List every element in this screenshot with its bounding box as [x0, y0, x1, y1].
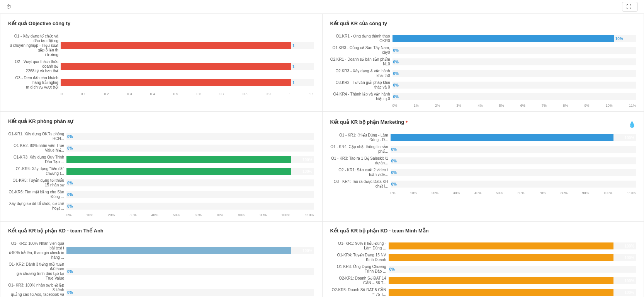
bar-container: 10% [393, 35, 636, 42]
x-label: 50% [496, 191, 503, 195]
bar-label: O1-KR1. Xây dựng OKRs phòng HCN... [8, 132, 64, 141]
bar-row: O2.KR1 - Doanh số bán sản phẩm NL00% [330, 57, 636, 67]
drop-icon: 💧 [628, 121, 636, 128]
chart-objective: O1 - Xây dựng tổ chức và đào tạo đội ng … [8, 34, 314, 96]
x-label: 70% [539, 191, 546, 195]
x-label: 0.8 [243, 92, 248, 96]
bar-fill [389, 277, 613, 284]
x-label: 110% [305, 213, 314, 217]
bar-value: 100% [624, 136, 634, 140]
bar-container: 0% [391, 157, 636, 164]
bar-value: 0% [67, 290, 73, 295]
x-label: 9% [584, 104, 589, 108]
x-label: 0.3 [127, 92, 132, 96]
x-label: 10% [606, 104, 613, 108]
bar-row: O1- KR1: 100% Nhân viên qua bài test t ừ… [8, 241, 314, 260]
x-label: 80% [238, 213, 245, 217]
bar-container: 0% [393, 93, 636, 100]
x-label: 0.5 [173, 92, 178, 96]
bar-value: 0% [391, 159, 397, 163]
bar-row: O4.KR4 - Thành lập và vận hành hiệu q.00… [330, 92, 636, 101]
x-axis: 0%10%20%30%40%50%60%70%80%90%100%110% [391, 191, 636, 195]
bar-container: 0% [391, 146, 636, 153]
bar-label: O1-KR5: Tuyển dụng tối thiểu 15 nhân sự [8, 178, 64, 188]
bar-fill [389, 242, 613, 249]
chart-kr_phong: O1-KR1. Xây dựng OKRs phòng HCN...0%O1-K… [8, 132, 314, 217]
bar-container: 100% [389, 242, 636, 249]
chart-kr_company: O1.KR1 - Ứng dụng thành thao OKR010%O1.K… [330, 34, 636, 108]
x-label: 1 [289, 92, 291, 96]
bar-label: O3.KR2 - Tư vấn giải pháp khai thác và 0 [330, 80, 390, 90]
bar-container: 100% [66, 156, 314, 163]
x-label: 20% [108, 213, 115, 217]
bar-label: O2-KR1: Doanh Số ĐAT 14 CĂN = 56 T... [330, 276, 386, 285]
bar-fill [391, 134, 614, 141]
bar-value: 100% [624, 279, 634, 283]
bar-container: 0% [393, 82, 636, 89]
bar-row: O2 - KR1: Sản xuất 2 video / tuần vide..… [330, 168, 636, 177]
bar-container: 0% [66, 145, 314, 152]
panel-title-kr_kd_the_anh: Kết quả KR bộ phận KD - team Thế Anh [8, 228, 104, 234]
bar-label: O1-KR3: Xây dựng Quy Trình Đào Tạo ... [8, 155, 64, 164]
bar-label: O1 - KR3: Tao ra 1 Bộ Saleskit /1 dự án.… [330, 156, 388, 166]
bar-fill [66, 168, 291, 175]
bar-row: O1- KR2: Dành 3 tiếng mỗi tuần để tham g… [8, 262, 314, 281]
x-label: 0.9 [266, 92, 271, 96]
x-label: 7% [542, 104, 547, 108]
x-label: 0.1 [81, 92, 86, 96]
panel-title-kr_company: Kết quả KR của công ty [330, 20, 387, 26]
x-label: 8% [563, 104, 568, 108]
bar-row: O1.KR3 - Củng cố Sàn Tây Nam, xây00% [330, 46, 636, 55]
bar-value: 0% [393, 48, 399, 53]
bar-value: 0% [393, 72, 399, 76]
bar-container: 0% [66, 289, 314, 296]
bar-row: O1-KR1. Xây dựng OKRs phòng HCN...0% [8, 132, 314, 141]
x-label: 40% [474, 191, 481, 195]
bar-label: O3 - Đem đến cho khách hàng trải nghiệ m… [8, 76, 58, 90]
bar-row: O1 - Xây dựng tổ chức và đào tạo đội ng … [8, 34, 314, 57]
x-label: 70% [216, 213, 223, 217]
bar-label: O1.KR1 - Ứng dụng thành thao OKR0 [330, 34, 390, 43]
x-label: 30% [453, 191, 460, 195]
x-label: 60% [518, 191, 525, 195]
bar-value: 100% [302, 169, 313, 174]
panel-title-objective: Kết quả Objective công ty [8, 20, 70, 26]
bar-container: 100% [389, 289, 636, 296]
bar-container: 0% [66, 179, 314, 186]
bar-value: 100% [302, 249, 313, 253]
bar-value: 100% [624, 244, 634, 248]
bar-label: O1 - Xây dựng tổ chức và đào tạo đội ng … [8, 34, 58, 57]
bar-value: 0% [67, 135, 73, 139]
bar-container: 100% [391, 134, 636, 141]
bar-row: O3 - Đem đến cho khách hàng trải nghiệ m… [8, 76, 314, 90]
bar-container: 100% [66, 247, 314, 254]
panel-objective: Kết quả Objective công tyO1 - Xây dựng t… [0, 14, 322, 112]
x-label: 6% [520, 104, 525, 108]
bar-label: O1-KR6: Tìm mặt bằng cho Sàn Đông ... [8, 190, 64, 199]
bar-value: 0% [67, 193, 73, 197]
panel-kr_phong: Kết quả KR phòng phân sựO1-KR1. Xây dựng… [0, 112, 322, 221]
bar-container: 0% [391, 181, 636, 188]
bar-value: 10% [615, 37, 623, 41]
bar-container: 0% [393, 47, 636, 54]
x-label: 90% [582, 191, 589, 195]
fullscreen-button[interactable]: ⛶ [622, 2, 638, 12]
x-axis: 0%10%20%30%40%50%60%70%80%90%100%110% [66, 213, 314, 217]
bar-row: O2-KR3: Doanh Số ĐAT 5 CĂN = 75 T...100% [330, 288, 636, 297]
bar-row: O1 - KR3: Tao ra 1 Bộ Saleskit /1 dự án.… [330, 156, 636, 166]
bar-row: O1-KR4: Xây dựng "tiền đề" chương t...10… [8, 167, 314, 176]
bar-value: 0% [393, 95, 399, 99]
bar-fill [61, 42, 291, 49]
bar-container: 100% [389, 254, 636, 261]
bar-fill [61, 79, 291, 86]
bar-value: 0% [391, 182, 397, 186]
bar-fill [61, 63, 291, 70]
bar-row: O1-KR3: Xây dựng Quy Trình Đào Tạo ...10… [8, 155, 314, 164]
bar-value: 1 [292, 81, 295, 85]
bar-row: O2-KR1: Doanh Số ĐAT 14 CĂN = 56 T...100… [330, 276, 636, 285]
bar-value: 0% [67, 146, 73, 150]
bar-container: 0% [391, 169, 636, 176]
panel-kr_company: Kết quả KR của công tyO1.KR1 - Ứng dụng … [322, 14, 644, 112]
bar-container: 1 [61, 63, 314, 70]
bar-label: O2.KR3 - Xây dựng & vận hành khai th0 [330, 69, 390, 78]
